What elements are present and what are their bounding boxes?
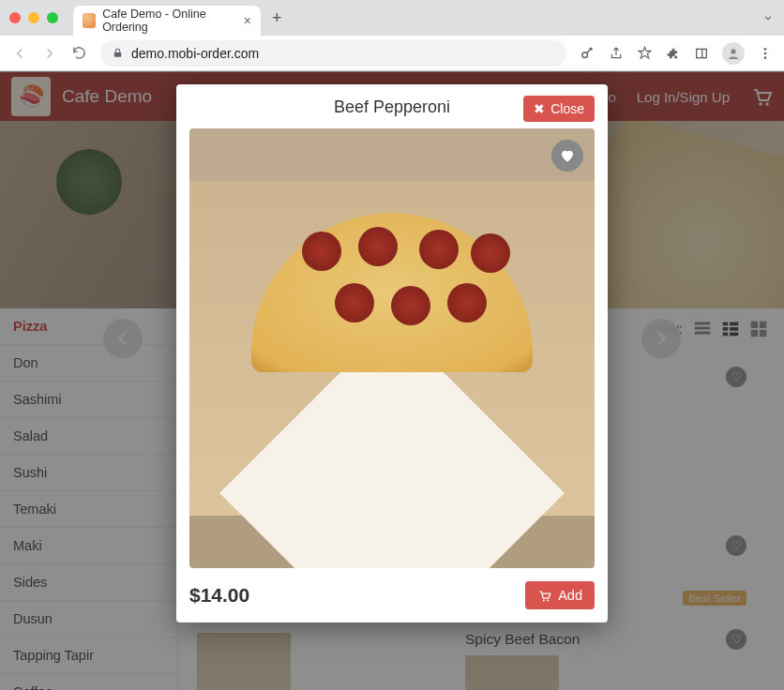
svg-point-6 — [764, 52, 767, 54]
svg-point-4 — [731, 49, 735, 53]
reload-button[interactable] — [71, 45, 87, 61]
close-x-icon: ✖ — [534, 101, 545, 116]
modal-overlay[interactable]: Beef Pepperoni ✖ Close $14.00 Add — [0, 71, 784, 690]
svg-point-7 — [764, 56, 767, 59]
add-to-cart-button[interactable]: Add — [525, 581, 595, 609]
svg-point-1 — [582, 52, 588, 58]
svg-rect-0 — [114, 52, 122, 57]
extensions-icon[interactable] — [666, 46, 681, 61]
window-minimize-icon[interactable] — [28, 12, 39, 23]
modal-title: Beef Pepperoni — [334, 98, 450, 117]
window-close-icon[interactable] — [9, 12, 21, 23]
svg-point-23 — [543, 599, 545, 601]
browser-menu-icon[interactable] — [758, 46, 773, 61]
share-icon[interactable] — [609, 46, 624, 61]
cart-icon — [537, 589, 551, 603]
tab-title: Cafe Demo - Online Ordering — [102, 8, 237, 34]
profile-avatar[interactable] — [722, 42, 745, 65]
close-button[interactable]: ✖ Close — [523, 96, 595, 122]
svg-point-5 — [764, 48, 767, 51]
modal-product-image — [189, 128, 595, 568]
browser-tab[interactable]: Cafe Demo - Online Ordering × — [73, 6, 261, 36]
bookmark-star-icon[interactable] — [637, 45, 653, 61]
favicon-icon — [83, 13, 96, 28]
modal-price: $14.00 — [189, 584, 249, 607]
lock-icon — [112, 47, 124, 59]
panel-icon[interactable] — [694, 46, 709, 61]
tabs-dropdown-icon[interactable] — [761, 11, 775, 24]
address-bar[interactable]: demo.mobi-order.com — [100, 40, 566, 67]
favorite-icon[interactable] — [551, 140, 583, 172]
close-label: Close — [550, 101, 584, 116]
back-button[interactable] — [11, 45, 28, 62]
window-zoom-icon[interactable] — [47, 12, 58, 23]
new-tab-button[interactable]: + — [272, 8, 282, 28]
key-icon[interactable] — [580, 45, 596, 61]
url-text: demo.mobi-order.com — [131, 46, 259, 61]
product-modal: Beef Pepperoni ✖ Close $14.00 Add — [176, 84, 608, 622]
tab-close-icon[interactable]: × — [244, 13, 251, 28]
forward-button[interactable] — [41, 45, 58, 62]
add-label: Add — [558, 588, 582, 603]
svg-point-24 — [547, 599, 549, 601]
